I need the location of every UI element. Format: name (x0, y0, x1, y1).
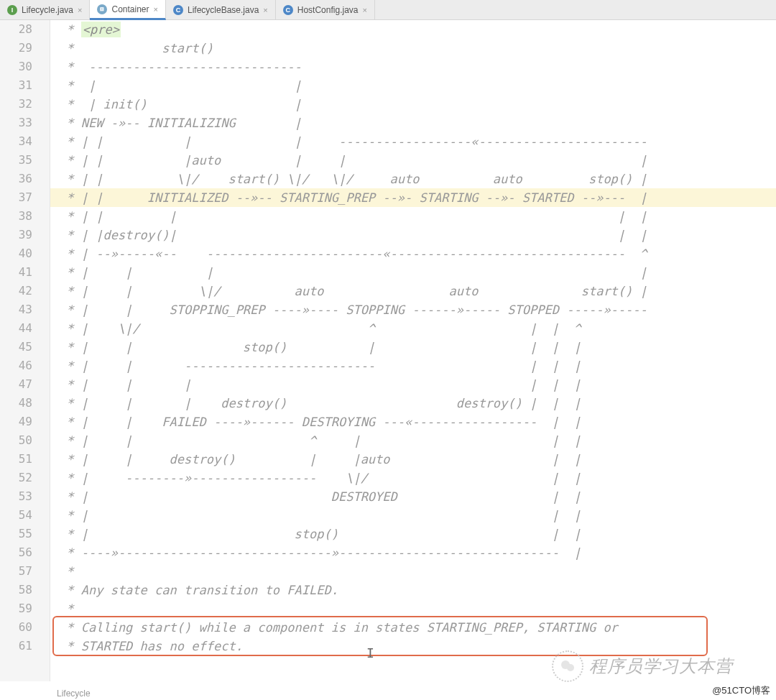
code-line[interactable]: * | | | | ------------------«-----------… (50, 132, 776, 151)
line-number: 61 (0, 637, 50, 655)
line-number: 42 (0, 282, 50, 300)
code-line[interactable]: * | | \|/ start() \|/ \|/ auto auto stop… (50, 170, 776, 188)
code-line[interactable]: * | --------»----------------- \|/ | | (50, 469, 776, 487)
line-number: 60 (0, 618, 50, 637)
tab-bar: ILifecycle.java×⧈Container×CLifecycleBas… (0, 0, 776, 20)
line-number: 57 (0, 562, 50, 581)
code-line[interactable]: * | | \|/ auto auto start() | (50, 282, 776, 300)
line-number: 44 (0, 319, 50, 338)
tab-label: HostConfig.java (297, 5, 359, 15)
code-line[interactable]: * | | FAILED ----»------ DESTROYING ---«… (50, 413, 776, 431)
tab-label: LifecycleBase.java (188, 5, 259, 15)
line-number: 58 (0, 581, 50, 599)
line-number: 30 (0, 57, 50, 76)
tab-lifecyclebase-java[interactable]: CLifecycleBase.java× (166, 0, 276, 19)
line-number: 38 (0, 207, 50, 226)
line-number: 41 (0, 263, 50, 282)
code-line[interactable]: * | | | (50, 506, 776, 525)
tab-hostconfig-java[interactable]: CHostConfig.java× (276, 0, 375, 19)
code-line[interactable]: * | init() | (50, 95, 776, 114)
tab-lifecycle-java[interactable]: ILifecycle.java× (0, 0, 90, 19)
line-number: 43 (0, 300, 50, 319)
line-number: 59 (0, 599, 50, 618)
line-number: 36 (0, 170, 50, 188)
code-line[interactable]: * | |destroy()| | | (50, 226, 776, 244)
code-line[interactable]: * | | |auto | | | (50, 151, 776, 170)
line-number: 50 (0, 431, 50, 450)
code-line[interactable]: * | | | | (50, 263, 776, 282)
code-area[interactable]: * <pre> * start() * --------------------… (50, 20, 776, 681)
code-line[interactable]: * ----»-----------------------------»---… (50, 543, 776, 562)
line-number: 46 (0, 356, 50, 375)
line-number: 49 (0, 413, 50, 431)
code-line[interactable]: * NEW -»-- INITIALIZING | (50, 114, 776, 132)
tab-label: Container (111, 4, 149, 14)
code-line[interactable]: * <pre> (50, 20, 776, 39)
code-line[interactable]: * | | | destroy() destroy() | | | (50, 394, 776, 413)
close-icon[interactable]: × (263, 6, 267, 14)
line-number: 54 (0, 506, 50, 525)
tab-container[interactable]: ⧈Container× (90, 0, 165, 20)
file-type-icon: C (173, 5, 183, 15)
line-number: 39 (0, 226, 50, 244)
file-type-icon: ⧈ (97, 4, 107, 14)
code-line[interactable]: * | | stop() | | | | (50, 338, 776, 356)
code-line[interactable]: * | stop() | | (50, 525, 776, 543)
line-number: 56 (0, 543, 50, 562)
watermark: @51CTO博客 (712, 684, 770, 697)
line-number: 53 (0, 487, 50, 506)
code-line[interactable]: * | | destroy() | |auto | | (50, 450, 776, 469)
gutter: 2829303132333435363738394041424344454647… (0, 20, 50, 681)
code-line[interactable]: * start() (50, 39, 776, 57)
editor: 2829303132333435363738394041424344454647… (0, 20, 776, 681)
code-line[interactable]: * (50, 599, 776, 618)
line-number: 32 (0, 95, 50, 114)
close-icon[interactable]: × (78, 6, 82, 14)
code-line[interactable]: * | \|/ ^ | | ^ (50, 319, 776, 338)
line-number: 52 (0, 469, 50, 487)
code-line[interactable]: * STARTED has no effect. (50, 637, 776, 655)
line-number: 31 (0, 76, 50, 95)
code-line[interactable]: * ----------------------------- (50, 57, 776, 76)
line-number: 33 (0, 114, 50, 132)
code-line[interactable]: * | DESTROYED | | (50, 487, 776, 506)
code-line[interactable]: * (50, 562, 776, 581)
line-number: 40 (0, 244, 50, 263)
breadcrumb[interactable]: Lifecycle (54, 687, 93, 700)
code-line[interactable]: * | | | | | | (50, 375, 776, 394)
close-icon[interactable]: × (363, 6, 367, 14)
file-type-icon: C (283, 5, 293, 15)
line-number: 47 (0, 375, 50, 394)
line-number: 45 (0, 338, 50, 356)
pre-tag: <pre> (81, 22, 121, 37)
line-number: 34 (0, 132, 50, 151)
code-line[interactable]: * | | ^ | | | (50, 431, 776, 450)
code-line[interactable]: * | | STOPPING_PREP ----»---- STOPPING -… (50, 300, 776, 319)
text-cursor-icon: I (366, 645, 374, 660)
line-number: 51 (0, 450, 50, 469)
file-type-icon: I (7, 5, 17, 15)
line-number: 35 (0, 151, 50, 170)
line-number: 29 (0, 39, 50, 57)
close-icon[interactable]: × (154, 5, 158, 14)
code-line[interactable]: * | | (50, 76, 776, 95)
code-line[interactable]: * | | | | | (50, 207, 776, 226)
line-number: 55 (0, 525, 50, 543)
code-line[interactable]: * Any state can transition to FAILED. (50, 581, 776, 599)
line-number: 48 (0, 394, 50, 413)
line-number: 28 (0, 20, 50, 39)
code-line[interactable]: * | | INITIALIZED --»-- STARTING_PREP --… (50, 188, 776, 207)
code-line[interactable]: * | | -------------------------- | | | (50, 356, 776, 375)
line-number: 37 (0, 188, 50, 207)
tab-label: Lifecycle.java (22, 5, 73, 15)
code-line[interactable]: * | --»-----«-- ------------------------… (50, 244, 776, 263)
code-line[interactable]: * Calling start() while a component is i… (50, 618, 776, 637)
